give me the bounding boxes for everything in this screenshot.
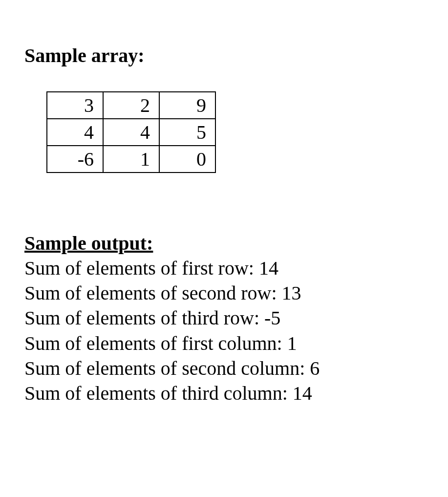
table-cell: 4	[47, 119, 103, 146]
sample-output-heading: Sample output:	[24, 232, 424, 255]
output-line: Sum of elements of second row: 13	[24, 281, 424, 305]
table-cell: 9	[159, 92, 215, 119]
table-cell: -6	[47, 146, 103, 173]
table-cell: 2	[103, 92, 159, 119]
sample-array-table: 3 2 9 4 4 5 -6 1 0	[46, 91, 216, 173]
output-line: Sum of elements of third row: -5	[24, 305, 424, 330]
table-cell: 3	[47, 92, 103, 119]
table-row: -6 1 0	[47, 146, 215, 173]
table-cell: 1	[103, 146, 159, 173]
output-line: Sum of elements of third column: 14	[24, 381, 424, 406]
output-line: Sum of elements of first row: 14	[24, 256, 424, 281]
output-line: Sum of elements of second column: 6	[24, 356, 424, 381]
output-line: Sum of elements of first column: 1	[24, 331, 424, 356]
table-cell: 4	[103, 119, 159, 146]
table-cell: 5	[159, 119, 215, 146]
sample-array-heading: Sample array:	[24, 44, 424, 67]
table-cell: 0	[159, 146, 215, 173]
table-row: 4 4 5	[47, 119, 215, 146]
table-row: 3 2 9	[47, 92, 215, 119]
